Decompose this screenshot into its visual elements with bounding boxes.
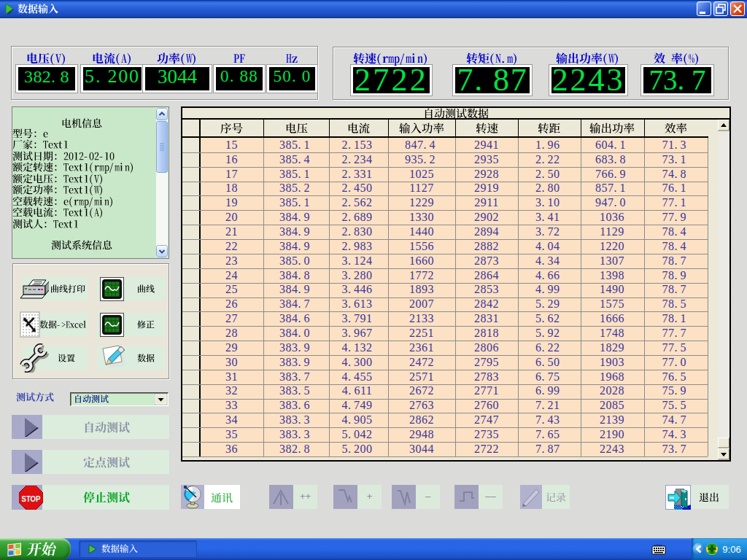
svg-text:STOP: STOP — [22, 494, 41, 503]
